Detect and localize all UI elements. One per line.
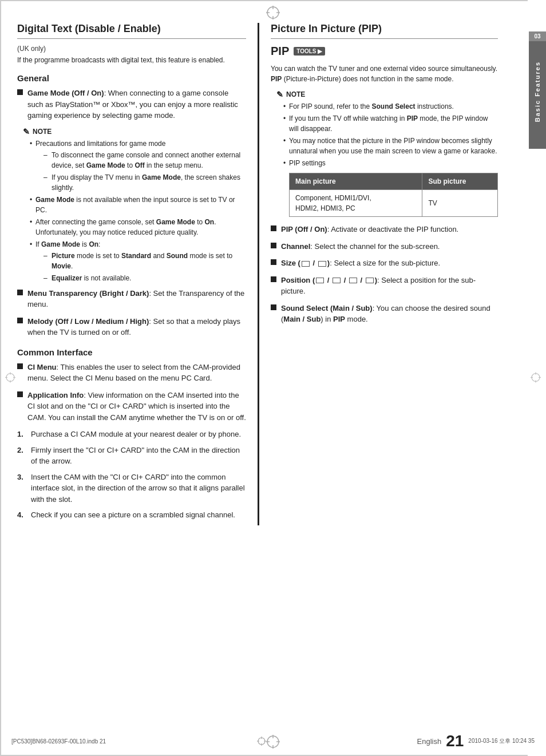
app-info-bullet: Application Info: View information on th… [17, 390, 246, 423]
tools-badge: TOOLS ▶ [294, 47, 325, 56]
right-column: Picture In Picture (PIP) PIP TOOLS ▶ You… [258, 23, 498, 525]
footer-crosshair [256, 736, 267, 746]
pos-icon-4 [366, 278, 374, 283]
step-2-num: 2. [17, 445, 27, 467]
app-info-text: Application Info: View information on th… [27, 390, 246, 423]
chapter-label: Basic Features [534, 61, 541, 122]
pip-section-title: Picture In Picture (PIP) [271, 23, 498, 39]
table-header-main: Main picture [290, 173, 422, 190]
pip-off-on-bullet: PIP (Off / On): Activate or deactivate t… [271, 224, 498, 235]
pos-icon-2 [333, 278, 341, 283]
pip-position-bullet: Position ( / / / ): Select a position fo… [271, 275, 498, 297]
bullet-icon-pip-4 [271, 276, 276, 282]
bullet-icon-pip-3 [271, 259, 276, 265]
step-2: 2. Firmly insert the "CI or CI+ CARD" in… [17, 445, 246, 467]
pip-settings-table: Main picture Sub picture Component, HDMI… [289, 173, 498, 217]
note-item-1: Precautions and limitations for game mod… [30, 138, 246, 193]
bullet-icon-pip-1 [271, 225, 276, 231]
pos-icon-3 [349, 278, 357, 283]
numbered-steps: 1. Purchase a CI CAM module at your near… [17, 429, 246, 521]
ci-menu-text: CI Menu: This enables the user to select… [27, 362, 246, 384]
pip-note-header: ✎ NOTE [276, 90, 498, 99]
note-icon: ✎ [23, 127, 30, 136]
pip-note-1: For PIP sound, refer to the Sound Select… [283, 101, 498, 112]
table-cell-sub: TV [422, 190, 498, 217]
note-list: Precautions and limitations for game mod… [23, 138, 246, 283]
step-4-text: Check if you can see a picture on a scra… [31, 509, 235, 521]
melody-text: Melody (Off / Low / Medium / High): Set … [27, 316, 246, 338]
note-sub-4-2: Equalizer is not available. [43, 273, 246, 283]
note-item-3: After connecting the game console, set G… [30, 217, 246, 238]
table-row-1: Component, HDMI1/DVI,HDMI2, HDMI3, PC TV [290, 190, 498, 217]
pip-note-icon: ✎ [276, 90, 283, 99]
pip-channel-bullet: Channel: Select the channel for the sub-… [271, 241, 498, 252]
step-4: 4. Check if you can see a picture on a s… [17, 509, 246, 521]
step-4-num: 4. [17, 509, 27, 521]
uk-only-label: (UK only) [17, 45, 246, 53]
pip-note-4: PIP settings Main picture Sub picture [283, 158, 498, 217]
note-header: ✎ NOTE [23, 127, 246, 136]
pip-size-bullet: Size ( / ): Select a size for the sub-pi… [271, 258, 498, 269]
step-1-num: 1. [17, 429, 27, 440]
pip-note-3: You may notice that the picture in the P… [283, 136, 498, 156]
game-mode-bullet: Game Mode (Off / On): When connecting to… [17, 88, 246, 121]
pip-sound-bullet: Sound Select (Main / Sub): You can choos… [271, 303, 498, 325]
chapter-sidebar: Basic Features [529, 34, 546, 149]
footer-date: 2010-03-16 오후 10:24 35 [468, 737, 535, 745]
pip-title-row: PIP TOOLS ▶ [271, 45, 498, 58]
bullet-icon-pip-2 [271, 243, 276, 248]
digital-text-title: Digital Text (Disable / Enable) [17, 23, 246, 39]
bullet-icon-4 [17, 363, 23, 369]
page-number: 21 [446, 732, 464, 750]
top-crosshair-icon [265, 5, 281, 22]
pip-position-text: Position ( / / / ): Select a position fo… [281, 275, 498, 297]
menu-transparency-bullet: Menu Transparency (Bright / Dark): Set t… [17, 288, 246, 310]
step-3-num: 3. [17, 472, 27, 505]
note-item-4: If Game Mode is On: Picture mode is set … [30, 239, 246, 283]
note-sublist-2: Picture mode is set to Standard and Soun… [35, 251, 246, 283]
size-icon-1 [302, 261, 310, 267]
bullet-icon-5 [17, 391, 23, 397]
note-sub-1-2: If you display the TV menu in Game Mode,… [43, 172, 246, 193]
general-section: General Game Mode (Off / On): When conne… [17, 73, 246, 338]
step-1: 1. Purchase a CI CAM module at your near… [17, 429, 246, 440]
pip-section: Picture In Picture (PIP) PIP TOOLS ▶ You… [271, 23, 498, 325]
pip-note: ✎ NOTE For PIP sound, refer to the Sound… [276, 90, 498, 217]
step-2-text: Firmly insert the "CI or CI+ CARD" into … [31, 445, 246, 467]
chapter-number: 03 [529, 31, 546, 41]
step-3-text: Insert the CAM with the "CI or CI+ CARD"… [31, 472, 246, 505]
table-header-sub: Sub picture [422, 173, 498, 190]
note-item-2: Game Mode is not available when the inpu… [30, 195, 246, 215]
footer-filename: [PC530]BN68-02693F-00L10.indb 21 [11, 738, 106, 745]
pip-sound-text: Sound Select (Main / Sub): You can choos… [281, 303, 498, 325]
pip-title: PIP [271, 45, 289, 58]
svg-point-10 [532, 373, 540, 381]
left-column: Digital Text (Disable / Enable) (UK only… [17, 23, 258, 525]
digital-text-body: If the programme broadcasts with digital… [17, 55, 246, 65]
right-crosshair-icon [530, 371, 541, 385]
note-sub-1-1: To disconnect the game console and conne… [43, 150, 246, 171]
bullet-icon-2 [17, 290, 23, 295]
footer-right: English 21 2010-03-16 오후 10:24 35 [417, 732, 535, 750]
pip-body: You can watch the TV tuner and one exter… [271, 64, 498, 84]
pip-size-text: Size ( / ): Select a size for the sub-pi… [281, 258, 498, 269]
size-icon-2 [318, 261, 326, 267]
common-interface-title: Common Interface [17, 347, 246, 357]
game-mode-note: ✎ NOTE Precautions and limitations for g… [23, 127, 246, 283]
note-label: NOTE [33, 128, 52, 136]
top-border-line [0, 0, 528, 1]
pip-note-2: If you turn the TV off while watching in… [283, 113, 498, 134]
game-mode-text: Game Mode (Off / On): When connecting to… [27, 88, 246, 121]
pip-off-on-text: PIP (Off / On): Activate or deactivate t… [281, 224, 498, 235]
ci-menu-bullet: CI Menu: This enables the user to select… [17, 362, 246, 384]
pos-icon-1 [316, 278, 324, 283]
main-content: Digital Text (Disable / Enable) (UK only… [0, 0, 546, 548]
step-3: 3. Insert the CAM with the "CI or CI+ CA… [17, 472, 246, 505]
note-sub-4-1: Picture mode is set to Standard and Soun… [43, 251, 246, 271]
menu-transparency-text: Menu Transparency (Bright / Dark): Set t… [27, 288, 246, 310]
note-sublist-1: To disconnect the game console and conne… [35, 150, 246, 193]
pip-channel-text: Channel: Select the channel for the sub-… [281, 241, 498, 252]
melody-bullet: Melody (Off / Low / Medium / High): Set … [17, 316, 246, 338]
step-1-text: Purchase a CI CAM module at your nearest… [31, 429, 241, 440]
table-cell-main: Component, HDMI1/DVI,HDMI2, HDMI3, PC [290, 190, 422, 217]
